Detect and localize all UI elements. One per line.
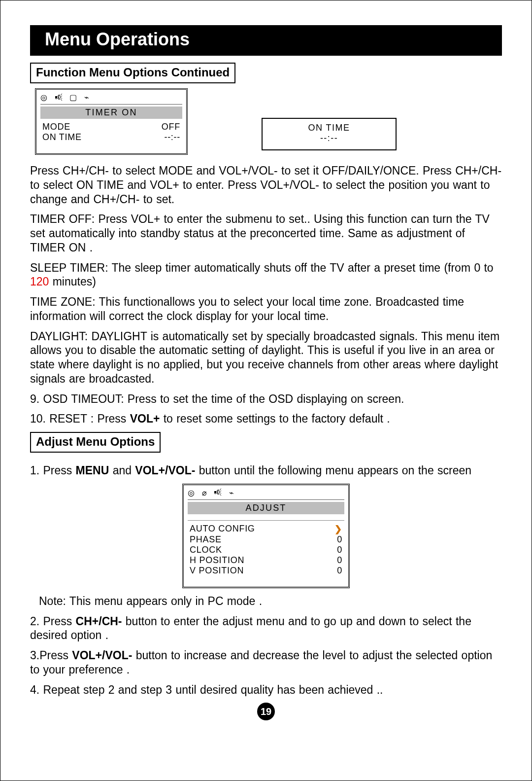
osd-value: --:--: [164, 132, 180, 142]
osd-row: V POSITION 0: [188, 566, 344, 576]
text: button until the following menu appears …: [195, 464, 471, 477]
text: 1. Press: [30, 464, 76, 477]
red-text: 120: [30, 275, 49, 288]
bold-text: CH+/CH-: [76, 615, 122, 628]
note: Note: This menu appears only in PC mode …: [39, 594, 502, 608]
osd-label: CLOCK: [190, 545, 222, 555]
osd-label: MODE: [42, 122, 70, 132]
section-heading-function-menu: Function Menu Options Continued: [30, 63, 235, 83]
ontime-value: --:--: [263, 133, 396, 143]
text: to reset some settings to the factory de…: [160, 412, 390, 425]
video-icon: ◎: [188, 488, 195, 497]
osd-value: OFF: [162, 122, 180, 132]
bold-text: VOL+/VOL-: [135, 464, 195, 477]
osd-label: H POSITION: [190, 555, 244, 566]
manual-page: Menu Operations Function Menu Options Co…: [0, 0, 532, 781]
sound-icon: 🕬: [214, 488, 222, 497]
paragraph: TIME ZONE: This functionallows you to se…: [30, 295, 502, 323]
osd-icon-row: ◎ ⌀ 🕬 ⌁: [188, 488, 344, 500]
page-title: Menu Operations: [30, 25, 502, 56]
bold-text: VOL+: [130, 412, 160, 425]
paragraph: 4. Repeat step 2 and step 3 until desire…: [30, 683, 502, 697]
text: 2. Press: [30, 615, 76, 628]
osd-label: V POSITION: [190, 566, 244, 576]
sound-icon: 🕬: [55, 93, 63, 102]
osd-value: 0: [337, 555, 342, 566]
text: 3.Press: [30, 649, 72, 662]
osd-timer-on: ◎ 🕬 ▢ ⌁ TIMER ON MODE OFF ON TIME --:--: [35, 88, 188, 155]
adjust-icon: ⌀: [202, 488, 207, 497]
text: SLEEP TIMER: The sleep timer automatical…: [30, 261, 494, 274]
text: and: [109, 464, 135, 477]
timer-on-row: ◎ 🕬 ▢ ⌁ TIMER ON MODE OFF ON TIME --:-- …: [30, 88, 502, 155]
paragraph: Press CH+/CH- to select MODE and VOL+/VO…: [30, 164, 502, 206]
osd-value: 0: [337, 545, 342, 555]
osd-adjust: ◎ ⌀ 🕬 ⌁ ADJUST AUTO CONFIG ❯ PHASE 0 CLO…: [182, 484, 350, 588]
page-number: 19: [257, 703, 275, 720]
text: minutes): [49, 275, 96, 288]
osd-row: PHASE 0: [188, 534, 344, 545]
bold-text: MENU: [76, 464, 109, 477]
paragraph: 10. RESET : Press VOL+ to reset some set…: [30, 412, 502, 426]
osd-label: PHASE: [190, 534, 222, 545]
paragraph: 9. OSD TIMEOUT: Press to set the time of…: [30, 392, 502, 406]
bold-text: VOL+/VOL-: [72, 649, 132, 662]
osd-row-ontime: ON TIME --:--: [40, 132, 182, 142]
ontime-label: ON TIME: [263, 123, 396, 133]
osd-row-mode: MODE OFF: [40, 122, 182, 132]
ontime-box: ON TIME --:--: [262, 118, 397, 150]
paragraph: SLEEP TIMER: The sleep timer automatical…: [30, 261, 502, 289]
text: 10. RESET : Press: [30, 412, 130, 425]
video-icon: ◎: [40, 93, 48, 102]
tuner-icon: ⌁: [84, 93, 90, 102]
section-heading-adjust-menu: Adjust Menu Options: [30, 432, 161, 453]
paragraph: 3.Press VOL+/VOL- button to increase and…: [30, 648, 502, 677]
tuner-icon: ⌁: [229, 488, 234, 497]
osd-value: 0: [337, 534, 342, 545]
paragraph: 2. Press CH+/CH- button to enter the adj…: [30, 614, 502, 643]
osd-icon-row: ◎ 🕬 ▢ ⌁: [40, 93, 182, 105]
paragraph: 1. Press MENU and VOL+/VOL- button until…: [30, 463, 502, 478]
osd-label: ON TIME: [42, 132, 82, 142]
osd-label: AUTO CONFIG: [190, 524, 255, 534]
paragraph: TIMER OFF: Press VOL+ to enter the subme…: [30, 212, 502, 254]
osd-row: H POSITION 0: [188, 555, 344, 566]
osd-row: CLOCK 0: [188, 545, 344, 555]
chevron-right-icon: ❯: [334, 524, 342, 534]
osd-title: TIMER ON: [40, 106, 182, 119]
osd-value: 0: [337, 566, 342, 576]
osd-row: AUTO CONFIG ❯: [188, 524, 344, 534]
paragraph: DAYLIGHT: DAYLIGHT is automatically set …: [30, 329, 502, 386]
osd-title: ADJUST: [188, 502, 344, 514]
picture-icon: ▢: [69, 93, 77, 102]
